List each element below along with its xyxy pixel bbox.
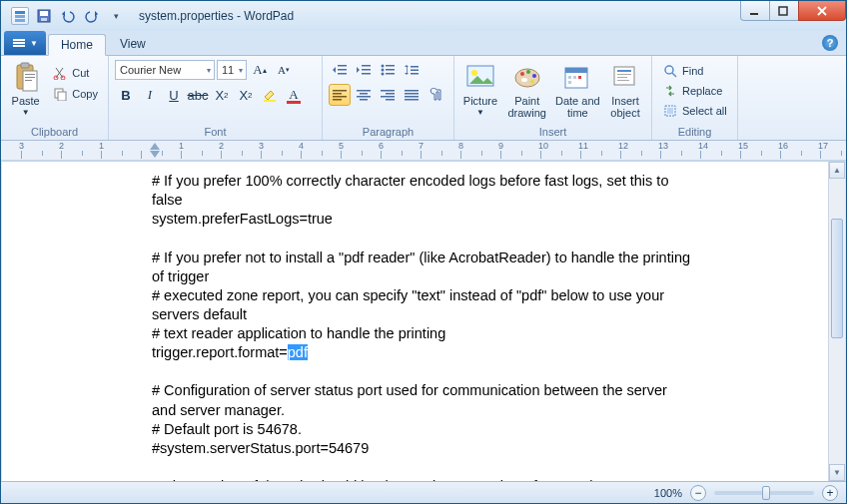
paint-label: Paint drawing: [504, 95, 550, 119]
file-tab[interactable]: ▼: [4, 31, 46, 55]
scroll-track[interactable]: [829, 179, 845, 464]
paste-button[interactable]: Paste ▼: [7, 59, 44, 124]
horizontal-ruler[interactable]: 321123456789101112131415161718: [1, 141, 846, 161]
ruler-tick: 15: [740, 151, 780, 159]
svg-rect-13: [25, 80, 32, 81]
font-color-button[interactable]: A: [283, 84, 305, 106]
outdent-icon: [332, 63, 348, 77]
close-button[interactable]: [798, 1, 846, 21]
ruler-tick: 9: [500, 151, 540, 159]
svg-rect-65: [568, 81, 571, 84]
svg-rect-61: [565, 68, 587, 73]
list-icon: [380, 63, 396, 77]
scroll-thumb[interactable]: [831, 219, 843, 338]
cut-button[interactable]: Cut: [48, 63, 102, 83]
underline-button[interactable]: U: [163, 84, 185, 106]
redo-button[interactable]: [81, 5, 103, 27]
selected-text[interactable]: pdf: [288, 344, 308, 360]
svg-rect-42: [357, 96, 371, 98]
group-label-paragraph: Paragraph: [329, 124, 447, 139]
svg-rect-29: [386, 65, 395, 67]
replace-button[interactable]: Replace: [658, 81, 731, 101]
object-icon: [609, 61, 641, 93]
first-line-indent-marker[interactable]: [150, 143, 160, 150]
undo-button[interactable]: [57, 5, 79, 27]
maximize-button[interactable]: [769, 1, 799, 21]
save-button[interactable]: [33, 5, 55, 27]
quick-access-toolbar: ▾: [1, 5, 127, 27]
paint-icon: [511, 61, 543, 93]
svg-rect-30: [386, 69, 395, 71]
ruler-tick: 10: [540, 151, 580, 159]
vertical-scrollbar[interactable]: ▲ ▼: [828, 162, 845, 481]
svg-point-57: [532, 74, 536, 78]
insert-object-button[interactable]: Insert object: [605, 59, 645, 124]
grow-font-button[interactable]: A▴: [249, 59, 271, 81]
paint-drawing-button[interactable]: Paint drawing: [504, 59, 550, 124]
window-controls: [741, 1, 846, 21]
help-button[interactable]: ?: [822, 35, 838, 51]
find-button[interactable]: Find: [658, 61, 731, 81]
tab-home[interactable]: Home: [48, 34, 106, 56]
font-name-combo[interactable]: Courier New: [115, 60, 215, 80]
copy-button[interactable]: Copy: [48, 84, 102, 104]
hanging-indent-marker[interactable]: [150, 151, 160, 158]
bullets-button[interactable]: [377, 59, 399, 81]
svg-rect-47: [386, 99, 395, 101]
app-menu-button[interactable]: [9, 5, 31, 27]
zoom-slider[interactable]: [714, 491, 814, 495]
decrease-indent-button[interactable]: [329, 59, 351, 81]
zoom-slider-thumb[interactable]: [762, 486, 770, 500]
align-center-button[interactable]: [353, 84, 375, 106]
ruler-tick: 2: [221, 151, 261, 159]
highlight-button[interactable]: [259, 84, 281, 106]
svg-rect-32: [407, 67, 408, 73]
svg-rect-39: [333, 99, 342, 101]
select-all-button[interactable]: Select all: [658, 101, 731, 121]
picture-button[interactable]: Picture ▼: [460, 59, 500, 124]
align-right-button[interactable]: [377, 84, 399, 106]
increase-indent-button[interactable]: [353, 59, 375, 81]
bold-button[interactable]: B: [115, 84, 137, 106]
scroll-up-button[interactable]: ▲: [829, 162, 845, 179]
minimize-button[interactable]: [740, 1, 770, 21]
picture-icon: [464, 61, 496, 93]
font-size-combo[interactable]: 11: [217, 60, 247, 80]
svg-rect-21: [338, 69, 347, 71]
svg-rect-33: [411, 66, 419, 68]
svg-rect-70: [617, 80, 629, 81]
svg-rect-50: [405, 96, 419, 98]
cut-label: Cut: [72, 67, 89, 79]
svg-rect-49: [405, 93, 419, 95]
date-time-button[interactable]: Date and time: [554, 59, 602, 124]
svg-rect-37: [333, 93, 342, 95]
document-content[interactable]: # If you prefer 100% correctly character…: [2, 162, 691, 481]
replace-icon: [662, 83, 678, 99]
strikethrough-button[interactable]: abc: [187, 84, 209, 106]
zoom-out-button[interactable]: −: [690, 485, 706, 501]
superscript-button[interactable]: X2: [235, 84, 257, 106]
svg-rect-12: [25, 77, 35, 78]
svg-rect-35: [411, 73, 419, 75]
selectall-label: Select all: [682, 105, 727, 117]
tab-view[interactable]: View: [108, 33, 158, 55]
scroll-down-button[interactable]: ▼: [829, 464, 845, 481]
paragraph-dialog-button[interactable]: [424, 84, 446, 106]
shrink-font-button[interactable]: A▾: [273, 59, 295, 81]
svg-rect-3: [750, 13, 758, 15]
svg-rect-67: [617, 70, 631, 72]
line-spacing-button[interactable]: [401, 59, 423, 81]
subscript-button[interactable]: X2: [211, 84, 233, 106]
svg-rect-38: [333, 96, 347, 98]
justify-button[interactable]: [401, 84, 423, 106]
align-left-button[interactable]: [329, 84, 351, 106]
italic-button[interactable]: I: [139, 84, 161, 106]
group-label-clipboard: Clipboard: [7, 124, 102, 139]
zoom-in-button[interactable]: +: [822, 485, 838, 501]
object-label: Insert object: [605, 95, 645, 119]
svg-rect-63: [573, 76, 576, 79]
svg-rect-18: [264, 100, 276, 102]
svg-rect-45: [386, 93, 395, 95]
svg-point-71: [665, 66, 673, 74]
qat-customize-button[interactable]: ▾: [105, 5, 127, 27]
